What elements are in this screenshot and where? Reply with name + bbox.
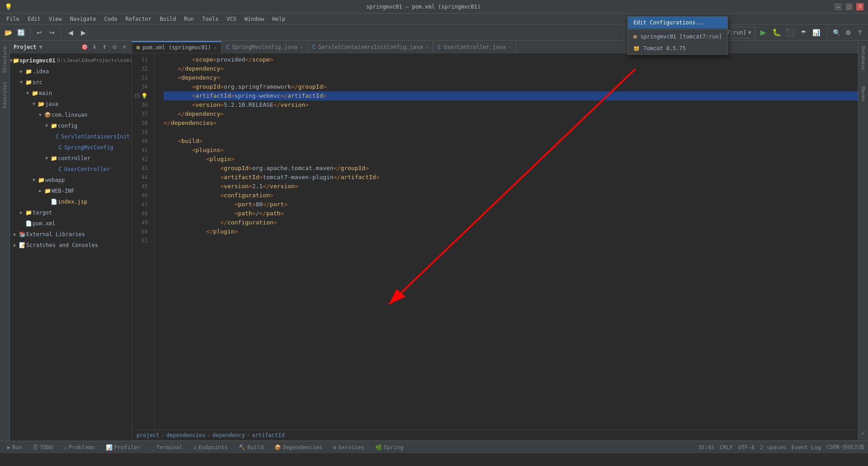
sync-button[interactable]: 🔄 (15, 27, 26, 38)
code-editor[interactable]: <scope>provided</scope> </dependency> <d… (155, 53, 858, 430)
tree-item-target[interactable]: ▶ 📁 target (10, 207, 132, 218)
coverage-button[interactable]: ☂ (798, 27, 809, 38)
bottom-tab-build[interactable]: 🔨 Build (235, 442, 267, 453)
settings-button[interactable]: ⚙ (843, 27, 854, 38)
tab-servletcontainers[interactable]: C ServletContainersInitConfig.java ✕ (308, 41, 433, 53)
tree-item-controller[interactable]: ▼ 📁 controller (10, 153, 132, 164)
status-charset: UTF-8 (738, 444, 755, 451)
bottom-tab-spring[interactable]: 🌿 Spring (372, 442, 407, 453)
tree-item-java[interactable]: ▼ 📂 java (10, 99, 132, 109)
tab-pom[interactable]: m pom.xml (springmvc01) ✕ (132, 41, 222, 53)
tree-label-src: src (33, 78, 42, 87)
bottom-tab-problems[interactable]: ⚠ Problems (60, 442, 99, 453)
right-tab-database[interactable]: Database (859, 43, 868, 74)
sidebar-settings-button[interactable]: ⚙ (111, 43, 118, 51)
breadcrumb-project[interactable]: project (137, 432, 160, 438)
tree-item-comlinxuan[interactable]: ▼ 📦 com.linxuan (10, 109, 132, 120)
menu-vcs[interactable]: VCS (223, 15, 240, 23)
event-log-button[interactable]: Event Log (792, 444, 821, 451)
menu-file[interactable]: File (3, 15, 23, 23)
dropdown-edit-configurations[interactable]: Edit Configurations... (628, 17, 727, 29)
dropdown-springmvc01[interactable]: m springmvc01 [tomcat7:run] (628, 31, 727, 43)
undo-button[interactable]: ↩ (34, 27, 45, 38)
todo-tab-label: TODO (40, 444, 53, 451)
tree-item-config[interactable]: ▼ 📁 config (10, 120, 132, 131)
tree-item-springmvcconfig[interactable]: ▶ C SpringMvcConfig (10, 142, 132, 153)
tree-item-src[interactable]: ▼ 📁 src (10, 77, 132, 88)
tab-usercontroller[interactable]: C UserController.java ✕ (433, 41, 516, 53)
tree-item-usercontroller[interactable]: ▶ C UserController (10, 164, 132, 175)
build-tab-icon: 🔨 (239, 444, 245, 451)
project-path: D:\Java\IdeaProjects\ssm\ (57, 56, 132, 65)
tree-item-extlibs[interactable]: ▶ 📚 External Libraries (10, 229, 132, 240)
tree-item-root[interactable]: ▼ 📁 springmvc01 D:\Java\IdeaProjects\ssm… (10, 55, 132, 66)
sync-status-icon: ✓ (861, 428, 866, 437)
bottom-tab-run[interactable]: ▶ Run (4, 442, 26, 453)
bottom-tab-profiler[interactable]: 📊 Profiler (102, 442, 144, 453)
menu-code[interactable]: Code (101, 15, 121, 23)
bottom-tab-services[interactable]: ⚙ Services (330, 442, 368, 453)
open-project-button[interactable]: 📂 (3, 27, 14, 38)
tab-close-servletcontainers[interactable]: ✕ (425, 45, 428, 50)
tree-item-main[interactable]: ▼ 📁 main (10, 88, 132, 99)
tree-arrow-webinf: ▶ (37, 186, 43, 195)
stop-button[interactable]: ⬛ (784, 27, 796, 38)
tree-label-java: java (45, 100, 58, 109)
navigate-forward-button[interactable]: ▶ (78, 27, 89, 38)
help-button[interactable]: ? (854, 27, 865, 38)
minimize-button[interactable]: – (835, 3, 842, 10)
edge-tab-favorites[interactable]: Favorites (0, 78, 9, 112)
bottom-tab-todo[interactable]: ☰ TODO (29, 442, 57, 453)
tab-close-springmvcconfig[interactable]: ✕ (300, 45, 303, 50)
profile-button[interactable]: 📊 (811, 27, 821, 38)
menu-edit[interactable]: Edit (24, 15, 44, 23)
breadcrumb-artifactid[interactable]: artifactId (252, 432, 284, 438)
tree-item-scratches[interactable]: ▶ 📝 Scratches and Consoles (10, 240, 132, 251)
sidebar-hide-button[interactable]: ✕ (121, 43, 128, 51)
right-tab-maven[interactable]: Maven (859, 83, 868, 105)
dropdown-tomcat[interactable]: 🐱 Tomcat 8.5.75 (628, 43, 727, 54)
debug-button[interactable]: 🐛 (771, 27, 783, 38)
menu-run[interactable]: Run (180, 15, 198, 23)
navigate-back-button[interactable]: ◀ (65, 27, 76, 38)
line-num-34: 34 (132, 82, 151, 91)
menu-window[interactable]: Window (241, 15, 268, 23)
breadcrumb-dependency[interactable]: dependency (212, 432, 245, 438)
tree-item-pomxml[interactable]: ▶ 📄 pom.xml (10, 218, 132, 229)
tree-item-idea[interactable]: ▶ 📁 .idea (10, 66, 132, 77)
folder-icon-java: 📂 (37, 100, 45, 109)
line-num-47: 47 (132, 200, 151, 209)
menu-view[interactable]: View (45, 15, 66, 23)
breadcrumb-dependencies[interactable]: dependencies (166, 432, 206, 438)
menu-help[interactable]: Help (269, 15, 289, 23)
tree-item-indexjsp[interactable]: ▶ 📄 index.jsp (10, 196, 132, 207)
edge-tab-structure[interactable]: Structure (0, 43, 9, 77)
tab-close-usercontroller[interactable]: ✕ (509, 45, 511, 50)
tab-springmvcconfig[interactable]: C SpringMvcConfig.java ✕ (222, 41, 308, 53)
tree-item-servletinit[interactable]: ▶ C ServletContainersInit (10, 131, 132, 142)
tree-label-servletinit: ServletContainersInit (61, 132, 130, 141)
tree-label-extlibs: External Libraries (26, 230, 85, 239)
search-everywhere-button[interactable]: 🔍 (831, 27, 842, 38)
dependencies-tab-icon: 📦 (274, 444, 281, 451)
menu-navigate[interactable]: Navigate (66, 15, 100, 23)
menu-refactor[interactable]: Refactor (122, 15, 155, 23)
close-button[interactable]: ✕ (856, 3, 863, 10)
redo-button[interactable]: ↪ (47, 27, 57, 38)
menu-tools[interactable]: Tools (198, 15, 222, 23)
editor-content: 31 32 33 34 35 💡 36 37 38 39 40 41 42 43… (132, 53, 858, 430)
sidebar-locate-button[interactable]: 🎯 (81, 43, 88, 51)
sidebar-collapse-button[interactable]: ⬆ (101, 43, 108, 51)
sidebar-expand-button[interactable]: ⬇ (91, 43, 98, 51)
tab-close-pom[interactable]: ✕ (214, 45, 217, 50)
bottom-tab-endpoints[interactable]: ⚓ Endpoints (190, 442, 231, 453)
bottom-tab-dependencies[interactable]: 📦 Dependencies (271, 442, 326, 453)
tree-item-webinf[interactable]: ▶ 📁 WEB-INF (10, 185, 132, 196)
code-line-32: </dependency> (164, 64, 858, 73)
line-num-44: 44 (132, 173, 151, 182)
run-button[interactable]: ▶ (757, 27, 769, 38)
menu-build[interactable]: Build (156, 15, 179, 23)
bottom-tab-terminal[interactable]: _ Terminal (148, 442, 186, 453)
tree-item-webapp[interactable]: ▼ 📁 webapp (10, 175, 132, 185)
maximize-button[interactable]: □ (845, 3, 853, 10)
